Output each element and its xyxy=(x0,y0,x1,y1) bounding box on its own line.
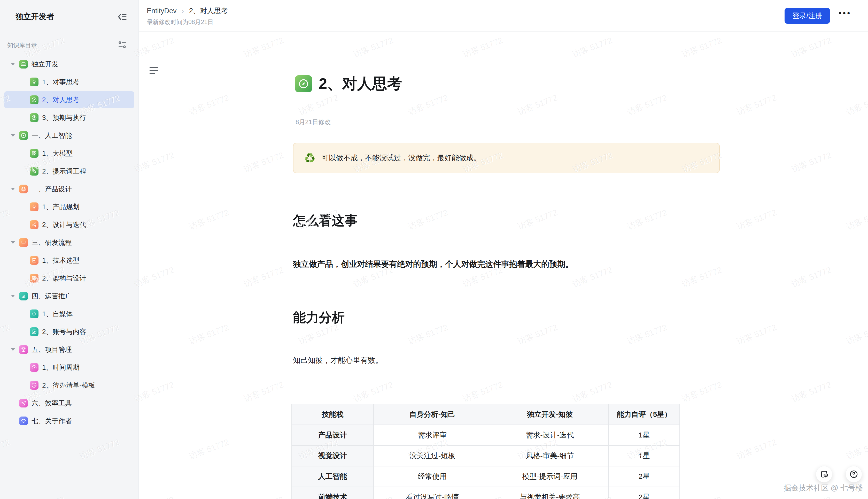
sidebar-item-1、自媒体[interactable]: 1、自媒体 xyxy=(4,305,134,322)
expand-arrow-slot xyxy=(11,348,19,351)
compass-icon xyxy=(30,95,38,104)
table-row: 前端技术看过没写过-略懂与视觉相关-要求高2星 xyxy=(292,487,680,499)
table-header-cell: 技能栈 xyxy=(292,404,374,425)
document-area: 2、对人思考 8月21日修改 ♻️ 可以做不成，不能没试过，没做完，最好能做成。… xyxy=(139,32,868,499)
table-cell: 模型-提示词-应用 xyxy=(491,466,609,487)
toc-section-label: 知识库目录 xyxy=(7,41,37,49)
annotation-fab-button[interactable] xyxy=(816,466,832,483)
lightbulb-icon xyxy=(30,203,38,211)
sidebar-item-1、大模型[interactable]: 1、大模型 xyxy=(4,145,134,162)
sidebar-item-label: 二、产品设计 xyxy=(32,185,72,194)
sidebar-item-2、账号与内容[interactable]: 2、账号与内容 xyxy=(4,323,134,340)
grid-icon xyxy=(30,149,38,158)
breadcrumb-root[interactable]: EntityDev xyxy=(147,7,177,15)
table-cell: 2星 xyxy=(609,487,680,499)
sidebar-tree: 独立开发1、对事思考2、对人思考3、预期与执行一、人工智能1、大模型2、提示词工… xyxy=(0,55,138,430)
sidebar-item-label: 1、技术选型 xyxy=(42,256,79,265)
community-credit-text: 掘金技术社区 @ 七号楼 xyxy=(783,483,863,493)
paragraph: 独立做产品，创业对结果要有绝对的预期，个人对做完这件事抱着最大的预期。 xyxy=(293,258,720,270)
sidebar-item-3、预期与执行[interactable]: 3、预期与执行 xyxy=(4,109,134,126)
table-cell: 前端技术 xyxy=(292,487,374,499)
coffee-icon xyxy=(30,309,38,318)
breadcrumb-separator-icon: › xyxy=(182,7,184,15)
table-cell: 看过没写过-略懂 xyxy=(374,487,491,499)
last-modified-text: 最新修改时间为08月21日 xyxy=(147,18,213,26)
paragraph: 知己知彼，才能心里有数。 xyxy=(293,355,720,366)
sidebar-item-独立开发[interactable]: 独立开发 xyxy=(4,56,134,73)
chevron-down-icon[interactable] xyxy=(11,295,15,297)
expand-arrow-slot xyxy=(11,241,19,244)
sidebar-collapse-icon[interactable] xyxy=(117,11,128,22)
skills-table: 技能栈自身分析-知己独立开发-知彼能力自评（5星） 产品设计需求评审需求-设计-… xyxy=(291,404,680,499)
table-row: 人工智能经常使用模型-提示词-应用2星 xyxy=(292,466,680,487)
sidebar-item-2、架构与设计[interactable]: 2、架构与设计 xyxy=(4,270,134,287)
sidebar: 独立开发者 知识库目录 独立开发1、对事思考2、对人思考3、预期与执行一、人工智… xyxy=(0,0,139,499)
compass-icon xyxy=(19,131,28,140)
sidebar-item-2、对人思考[interactable]: 2、对人思考 xyxy=(4,91,134,108)
sidebar-item-1、技术选型[interactable]: 1、技术选型 xyxy=(4,252,134,269)
table-header-row: 技能栈自身分析-知己独立开发-知彼能力自评（5星） xyxy=(292,404,680,425)
sidebar-item-2、提示词工程[interactable]: 2、提示词工程 xyxy=(4,163,134,180)
lightbulb-icon xyxy=(30,77,38,86)
sidebar-item-label: 四、运营推广 xyxy=(32,292,72,301)
table-row: 视觉设计没关注过-短板风格-审美-细节1星 xyxy=(292,446,680,466)
sidebar-item-四、运营推广[interactable]: 四、运营推广 xyxy=(4,288,134,305)
table-cell: 1星 xyxy=(609,425,680,446)
table-header-cell: 自身分析-知己 xyxy=(374,404,491,425)
section-heading: 能力分析 xyxy=(293,309,720,326)
sidebar-item-1、对事思考[interactable]: 1、对事思考 xyxy=(4,73,134,90)
toc-settings-icon[interactable] xyxy=(117,40,127,50)
outline-toggle-icon[interactable] xyxy=(149,67,158,74)
pie-icon xyxy=(30,381,38,390)
sidebar-item-label: 1、大模型 xyxy=(42,149,73,158)
tag-icon xyxy=(30,167,38,175)
sidebar-item-三、研发流程[interactable]: 三、研发流程 xyxy=(4,234,134,251)
expand-arrow-slot xyxy=(11,295,19,297)
chevron-down-icon[interactable] xyxy=(11,348,15,351)
workspace-title: 独立开发者 xyxy=(15,11,54,22)
sidebar-item-2、待办清单-模板[interactable]: 2、待办清单-模板 xyxy=(4,377,134,394)
edit-icon xyxy=(30,327,38,336)
sidebar-item-label: 2、设计与迭代 xyxy=(42,220,86,229)
app-window: 独立开发者 知识库目录 独立开发1、对事思考2、对人思考3、预期与执行一、人工智… xyxy=(0,0,868,499)
plane-icon xyxy=(19,399,28,407)
login-register-button[interactable]: 登录/注册 xyxy=(784,8,830,24)
table-cell: 经常使用 xyxy=(374,466,491,487)
chevron-down-icon[interactable] xyxy=(11,63,15,65)
chart-icon xyxy=(19,292,28,301)
sidebar-item-1、时间周期[interactable]: 1、时间周期 xyxy=(4,359,134,376)
trophy-icon xyxy=(19,345,28,354)
table-cell: 风格-审美-细节 xyxy=(491,446,609,466)
table-cell: 没关注过-短板 xyxy=(374,446,491,466)
sidebar-item-一、人工智能[interactable]: 一、人工智能 xyxy=(4,127,134,144)
table-row: 产品设计需求评审需求-设计-迭代1星 xyxy=(292,425,680,446)
sidebar-item-六、效率工具[interactable]: 六、效率工具 xyxy=(4,394,134,412)
doc-comment-icon xyxy=(819,470,829,479)
help-fab-button[interactable] xyxy=(845,466,862,483)
sidebar-item-七、关于作者[interactable]: 七、关于作者 xyxy=(4,412,134,429)
chevron-down-icon[interactable] xyxy=(11,188,15,190)
table-cell: 需求评审 xyxy=(374,425,491,446)
table-cell: 1星 xyxy=(609,446,680,466)
sidebar-item-2、设计与迭代[interactable]: 2、设计与迭代 xyxy=(4,216,134,233)
chevron-down-icon[interactable] xyxy=(11,134,15,137)
doc-title-row: 2、对人思考 xyxy=(295,64,720,104)
sidebar-item-label: 1、产品规划 xyxy=(42,203,79,211)
page-title: 2、对人思考 xyxy=(319,74,402,94)
sidebar-item-五、项目管理[interactable]: 五、项目管理 xyxy=(4,341,134,358)
sidebar-item-1、产品规划[interactable]: 1、产品规划 xyxy=(4,198,134,215)
table-cell: 需求-设计-迭代 xyxy=(491,425,609,446)
sidebar-item-二、产品设计[interactable]: 二、产品设计 xyxy=(4,181,134,197)
sidebar-item-label: 1、对事思考 xyxy=(42,77,79,87)
skills-table-head: 技能栈自身分析-知己独立开发-知彼能力自评（5星） xyxy=(292,404,680,425)
table-header-cell: 能力自评（5星） xyxy=(609,404,680,425)
table-cell: 与视觉相关-要求高 xyxy=(491,487,609,499)
more-menu-icon[interactable]: ••• xyxy=(839,9,852,17)
sidebar-item-label: 独立开发 xyxy=(32,60,59,69)
top-bar: EntityDev › 2、对人思考 最新修改时间为08月21日 登录/注册 •… xyxy=(139,0,868,32)
table-cell: 人工智能 xyxy=(292,466,374,487)
breadcrumb: EntityDev › 2、对人思考 xyxy=(147,6,228,15)
document-column: 2、对人思考 8月21日修改 ♻️ 可以做不成，不能没试过，没做完，最好能做成。… xyxy=(291,32,720,499)
chevron-down-icon[interactable] xyxy=(11,241,15,244)
sidebar-item-label: 五、项目管理 xyxy=(32,345,72,354)
